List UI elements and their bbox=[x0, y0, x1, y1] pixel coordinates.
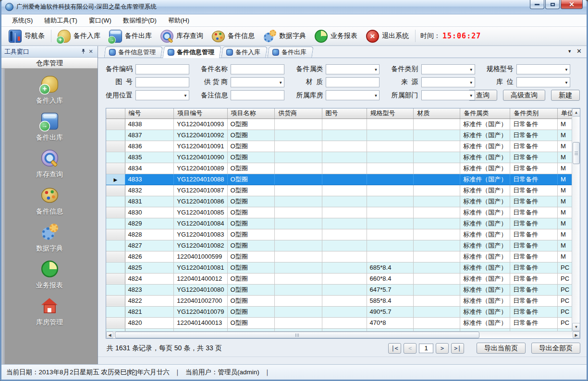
row-selector-cell[interactable] bbox=[106, 196, 125, 207]
close-button[interactable]: ✕ bbox=[561, 0, 583, 9]
row-selector-cell[interactable] bbox=[106, 119, 125, 130]
row-selector-cell[interactable] bbox=[106, 174, 125, 185]
advanced-query-button[interactable]: 高级查询 bbox=[503, 90, 545, 101]
menu-item-aux-tools[interactable]: 辅助工具(T) bbox=[38, 15, 83, 26]
row-selector-cell[interactable] bbox=[106, 262, 125, 273]
scroll-right-icon[interactable]: ▶ bbox=[573, 332, 580, 338]
table-row[interactable]: 4836YG12204010091O型圈标准件（国产）日常备件M bbox=[106, 141, 572, 152]
export-current-page-button[interactable]: 导出当前页 bbox=[477, 343, 526, 354]
sidebar-item-parts-out[interactable]: 备件出库 bbox=[21, 111, 78, 142]
toolbar-parts-in[interactable]: 备件入库 bbox=[53, 29, 105, 44]
row-selector-cell[interactable] bbox=[106, 152, 125, 163]
column-header-0[interactable]: 编号 bbox=[125, 108, 174, 119]
column-header-1[interactable]: 项目编号 bbox=[174, 108, 227, 119]
toolbar-parts-out[interactable]: 备件出库 bbox=[105, 29, 156, 44]
new-button[interactable]: 新建 bbox=[551, 90, 580, 101]
prev-page-button[interactable]: < bbox=[404, 343, 416, 354]
table-row[interactable]: 4832YG12204010087O型圈标准件（国产）日常备件M bbox=[106, 185, 572, 196]
column-header-2[interactable]: 项目名称 bbox=[227, 108, 275, 119]
row-selector-cell[interactable] bbox=[106, 141, 125, 152]
sidebar-item-data-dict[interactable]: 数据字典 bbox=[21, 222, 78, 253]
horizontal-scroll-thumb[interactable] bbox=[115, 332, 479, 338]
tab-parts-in[interactable]: 备件入库 bbox=[221, 47, 267, 58]
row-selector-cell[interactable] bbox=[106, 185, 125, 196]
table-row[interactable]: 4837YG12204010092O型圈标准件（国产）日常备件M bbox=[106, 130, 572, 141]
vertical-scrollbar[interactable]: ▲ ▼ bbox=[572, 108, 580, 331]
tab-parts-info-mgmt-1[interactable]: 备件信息管理 bbox=[104, 47, 162, 58]
tab-close-icon[interactable]: ✕ bbox=[576, 48, 582, 54]
table-row[interactable]: 48261220401000599O型圈标准件（国产）日常备件M bbox=[106, 251, 572, 262]
part-type-dropdown[interactable]: ▼ bbox=[421, 64, 475, 74]
use-position-dropdown[interactable]: ▼ bbox=[135, 90, 189, 100]
column-header-4[interactable]: 图号 bbox=[322, 108, 367, 119]
scroll-left-icon[interactable]: ◀ bbox=[106, 332, 113, 338]
table-row[interactable]: 4828YG12204010083O型圈标准件（国产）日常备件M bbox=[106, 229, 572, 240]
table-row[interactable]: 4838YG12204010093O型圈标准件（国产）日常备件M bbox=[106, 119, 572, 130]
row-selector-cell[interactable] bbox=[106, 273, 125, 284]
part-attr-dropdown[interactable]: ▼ bbox=[326, 64, 380, 74]
table-row[interactable]: 4825YG12204010081O型圈685*8.4标准件（国产）日常备件PC bbox=[106, 262, 572, 273]
column-header-8[interactable]: 备件类别 bbox=[510, 108, 558, 119]
first-page-button[interactable]: |< bbox=[388, 343, 401, 354]
menu-item-help[interactable]: 帮助(H) bbox=[162, 15, 195, 26]
table-row[interactable]: 4827YG12204010082O型圈标准件（国产）日常备件M bbox=[106, 240, 572, 251]
spec-model-dropdown[interactable]: ▼ bbox=[516, 64, 570, 74]
minimize-button[interactable] bbox=[530, 0, 544, 9]
table-row[interactable]: 48241220401400012O型圈660*8.4标准件（国产）日常备件PC bbox=[106, 273, 572, 284]
row-selector-cell[interactable] bbox=[106, 229, 125, 240]
column-header-3[interactable]: 供货商 bbox=[275, 108, 322, 119]
column-header-7[interactable]: 备件属类 bbox=[460, 108, 510, 119]
row-selector-cell[interactable] bbox=[106, 317, 125, 328]
sidebar-item-stock-query[interactable]: 库存查询 bbox=[21, 148, 78, 179]
toolbar-data-dict[interactable]: 数据字典 bbox=[259, 29, 310, 44]
part-code-input[interactable] bbox=[135, 64, 189, 74]
row-selector-cell[interactable] bbox=[106, 163, 125, 174]
menu-item-data-maintain[interactable]: 数据维护(D) bbox=[117, 15, 162, 26]
table-row[interactable]: 4829YG12204010084O型圈标准件（国产）日常备件M bbox=[106, 218, 572, 229]
maximize-button[interactable] bbox=[545, 0, 560, 9]
tab-parts-out[interactable]: 备件出库 bbox=[267, 47, 313, 58]
row-selector-cell[interactable] bbox=[106, 240, 125, 251]
department-dropdown[interactable]: ▼ bbox=[421, 90, 475, 100]
warehouse-dropdown[interactable]: ▼ bbox=[326, 90, 380, 100]
table-row[interactable]: 4833YG12204010088O型圈标准件（国产）日常备件M bbox=[106, 174, 572, 185]
scroll-down-icon[interactable]: ▼ bbox=[572, 323, 580, 331]
table-row[interactable]: 4835YG12204010090O型圈标准件（国产）日常备件M bbox=[106, 152, 572, 163]
horizontal-scrollbar[interactable]: ◀ ▶ bbox=[106, 331, 580, 338]
figure-no-input[interactable] bbox=[135, 77, 189, 87]
sidebar-item-parts-in[interactable]: 备件入库 bbox=[21, 74, 78, 105]
table-row[interactable]: 4834YG12204010089O型圈标准件（国产）日常备件M bbox=[106, 163, 572, 174]
table-row[interactable]: 48201220401400013O型圈470*8标准件（国产）日常备件PC bbox=[106, 317, 572, 328]
close-panel-icon[interactable]: ✕ bbox=[87, 48, 95, 55]
row-selector-cell[interactable] bbox=[106, 218, 125, 229]
row-selector-cell[interactable] bbox=[106, 207, 125, 218]
toolbar-nav-bar[interactable]: 导航条 bbox=[4, 29, 49, 44]
table-row[interactable]: 4831YG12204010086O型圈标准件（国产）日常备件M bbox=[106, 196, 572, 207]
source-dropdown[interactable]: ▼ bbox=[421, 77, 475, 87]
sidebar-item-warehouse-mgmt[interactable]: 库房管理 bbox=[21, 296, 78, 327]
part-name-input[interactable] bbox=[231, 64, 284, 74]
export-all-pages-button[interactable]: 导出全部页 bbox=[531, 343, 580, 354]
row-selector-cell[interactable] bbox=[106, 284, 125, 295]
row-selector-cell[interactable] bbox=[106, 251, 125, 262]
tab-parts-info-mgmt-2[interactable]: 备件信息管理 bbox=[162, 46, 221, 58]
supplier-dropdown[interactable]: ▼ bbox=[231, 77, 284, 87]
menu-item-system[interactable]: 系统(S) bbox=[6, 15, 38, 26]
toolbar-exit-system[interactable]: 退出系统 bbox=[362, 29, 413, 44]
menu-item-window[interactable]: 窗口(W) bbox=[83, 15, 117, 26]
vertical-scroll-thumb[interactable] bbox=[573, 142, 580, 164]
location-dropdown[interactable]: ▼ bbox=[516, 77, 570, 87]
sidebar-item-parts-info[interactable]: 备件信息 bbox=[21, 185, 78, 216]
next-page-button[interactable]: > bbox=[436, 343, 449, 354]
toolbar-stock-query[interactable]: 库存查询 bbox=[156, 29, 208, 44]
chevron-down-icon[interactable]: ▼ bbox=[567, 49, 572, 54]
page-number-input[interactable] bbox=[419, 344, 433, 353]
pin-icon[interactable] bbox=[79, 48, 87, 55]
row-selector-cell[interactable] bbox=[106, 130, 125, 141]
column-header-5[interactable]: 规格型号 bbox=[367, 108, 414, 119]
table-row[interactable]: 48221220401002700O型圈585*8.4标准件（国产）日常备件PC bbox=[106, 295, 572, 306]
column-header-6[interactable]: 材质 bbox=[414, 108, 460, 119]
table-row[interactable]: 4821YG12204010079O型圈490*5.7标准件（国产）日常备件PC bbox=[106, 306, 572, 317]
column-header-9[interactable]: 单位 bbox=[557, 108, 572, 119]
toolbar-biz-report[interactable]: 业务报表 bbox=[310, 29, 362, 44]
